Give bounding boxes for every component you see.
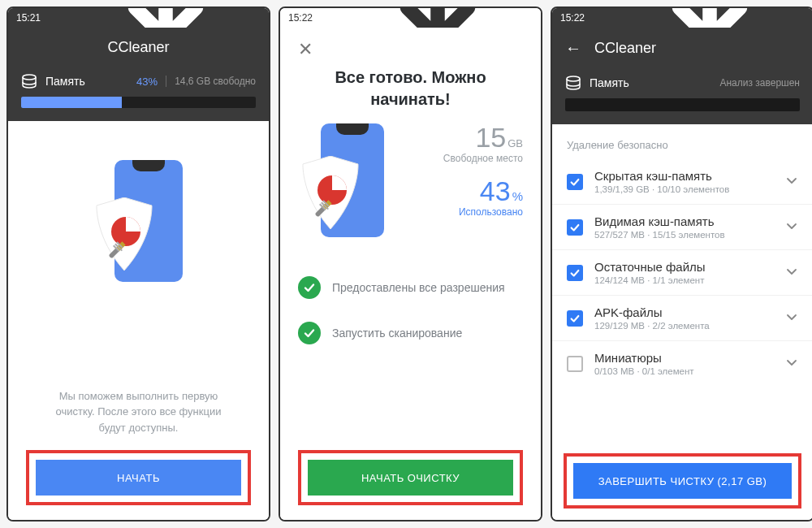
clean-item-title: APK-файлы [594,305,774,319]
used-label: Использовано [405,206,523,218]
clean-item-title: Остаточные файлы [594,260,774,274]
chevron-down-icon[interactable] [785,310,798,327]
disk-icon [21,74,37,89]
chevron-down-icon[interactable] [785,356,798,372]
app-title: CCleaner [594,40,656,57]
clean-item-text: Миниатюры0/103 MB · 0/1 элемент [594,351,774,376]
highlight-frame: НАЧАТЬ ОЧИСТКУ [298,450,523,505]
back-icon[interactable]: ← [565,39,581,58]
storage-panel: Память Анализ завершен [552,69,812,124]
section-safe-delete: Удаление безопасно [552,136,812,159]
start-cleaning-button[interactable]: НАЧАТЬ ОЧИСТКУ [308,460,513,496]
clean-item[interactable]: Скрытая кэш-память1,39/1,39 GB · 10/10 э… [552,159,812,205]
free-space-value: 15GB [405,123,523,151]
checkbox[interactable] [567,356,583,372]
main-area: Мы поможем выполнить первую очистку. Пос… [8,121,269,520]
ready-title: Все готово. Можно начинать! [335,67,486,110]
step-permissions: Предоставлены все разрешения [298,265,523,310]
main-area: ✕ Все готово. Можно начинать! 15GB Свобо… [280,28,541,520]
close-icon[interactable]: ✕ [298,39,313,60]
checkbox[interactable] [567,310,583,327]
clean-item[interactable]: Остаточные файлы124/124 MB · 1/1 элемент [552,250,812,296]
shield-icon [93,197,155,272]
chevron-down-icon[interactable] [785,219,798,236]
used-value: 43% [405,177,523,205]
onboarding-steps: Предоставлены все разрешения Запустить с… [298,265,523,356]
checkbox[interactable] [567,265,583,281]
screen-1-home: 15:21 17 CCleaner Память 43% 14,6 GB сво… [6,6,270,522]
empty-progress [565,98,800,111]
clean-item[interactable]: Видимая кэш-память527/527 MB · 15/15 эле… [552,205,812,250]
intro-text: Мы поможем выполнить первую очистку. Пос… [51,388,227,436]
finish-cleaning-button[interactable]: ЗАВЕРШИТЬ ЧИСТКУ (2,17 GB) [573,463,792,499]
clean-list: Скрытая кэш-память1,39/1,39 GB · 10/10 э… [552,159,812,386]
status-bar: 15:22 17 [280,8,541,28]
status-time: 15:22 [560,12,585,24]
clean-item-text: Видимая кэш-память527/527 MB · 15/15 эле… [594,214,774,240]
storage-free: 14,6 GB свободно [166,76,256,87]
clean-item-text: Остаточные файлы124/124 MB · 1/1 элемент [594,260,774,285]
clean-item-text: Скрытая кэш-память1,39/1,39 GB · 10/10 э… [594,169,774,194]
storage-label: Память [45,75,85,88]
clean-item-sub: 124/124 MB · 1/1 элемент [594,275,774,285]
check-icon [298,322,321,344]
chevron-down-icon[interactable] [785,265,798,281]
disk-icon [565,76,581,90]
free-space-label: Свободное место [405,153,523,164]
status-time: 15:22 [288,12,313,24]
highlight-frame: НАЧАТЬ [26,450,251,505]
clean-item-sub: 129/129 MB · 2/2 элемента [594,321,774,331]
clean-item-title: Скрытая кэш-память [594,169,774,183]
screen-2-ready: 15:22 17 ✕ Все готово. Можно начинать! 1… [279,6,542,522]
clean-item-title: Видимая кэш-память [594,214,774,228]
clean-item-title: Миниатюры [594,351,774,365]
checkbox[interactable] [567,174,583,190]
status-bar: 15:22 17 [552,8,812,28]
clean-item-text: APK-файлы129/129 MB · 2/2 элемента [594,305,774,331]
results-area: Удаление безопасно Скрытая кэш-память1,3… [552,124,812,520]
clean-item-sub: 527/527 MB · 15/15 элементов [594,230,774,240]
status-time: 15:21 [16,12,41,24]
start-button[interactable]: НАЧАТЬ [36,460,241,496]
highlight-frame: ЗАВЕРШИТЬ ЧИСТКУ (2,17 GB) [564,453,801,509]
phone-illustration [90,160,188,290]
stats-row: 15GB Свободное место 43% Использовано [298,123,523,245]
chevron-down-icon[interactable] [785,174,798,190]
clean-item-sub: 1,39/1,39 GB · 10/10 элементов [594,184,774,194]
analysis-status: Анализ завершен [719,77,800,89]
storage-progress-fill [21,97,122,108]
phone-illustration [298,123,395,245]
clean-item[interactable]: Миниатюры0/103 MB · 0/1 элемент [552,341,812,386]
clean-item[interactable]: APK-файлы129/129 MB · 2/2 элемента [552,296,812,341]
storage-panel: Память 43% 14,6 GB свободно [8,67,269,121]
storage-percent: 43% [136,76,158,88]
app-header: ← CCleaner [552,28,812,69]
app-title: CCleaner [107,39,169,56]
storage-label: Память [590,76,629,89]
clean-item-sub: 0/103 MB · 0/1 элемент [594,366,774,376]
app-header: CCleaner [8,28,269,67]
storage-progress [21,97,256,108]
check-icon [298,276,321,299]
screen-3-results: 15:22 17 ← CCleaner Память Анализ заверш… [551,6,812,522]
step-scan[interactable]: Запустить сканирование [298,310,523,356]
shield-icon [300,156,361,231]
status-bar: 15:21 17 [8,8,269,28]
checkbox[interactable] [567,219,583,236]
